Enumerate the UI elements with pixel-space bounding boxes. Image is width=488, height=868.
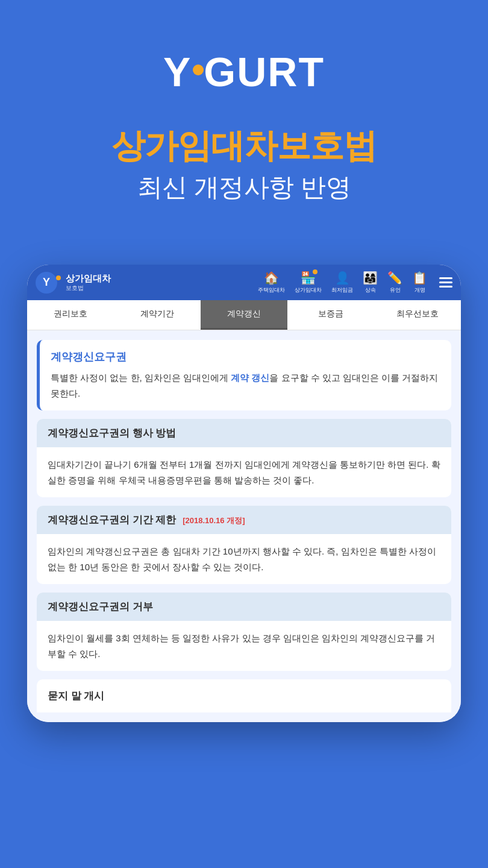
app-title-main: 상가임대차 (66, 273, 111, 284)
card-exercise-method: 계약갱신요구권의 행사 방법 임대차기간이 끝나기 6개월 전부터 1개월 전까… (37, 419, 451, 497)
nav-label-will: 유언 (390, 286, 401, 294)
app-logo-orange-dot (56, 275, 61, 280)
app-logo-letter: Y (43, 276, 50, 289)
hamburger-bar-2 (439, 281, 452, 283)
highlight-renewal: 계약 갱신 (231, 373, 269, 383)
logo-text-y: Y (163, 49, 192, 95)
nav-item-will[interactable]: ✏️ 유언 (387, 271, 402, 294)
tab-priority[interactable]: 최우선보호 (374, 300, 461, 330)
nav-item-wage[interactable]: 👤 최저임금 (331, 271, 353, 294)
card-renewal-right-text: 특별한 사정이 없는 한, 임차인은 임대인에게 계약 갱신을 요구할 수 있고… (51, 370, 440, 401)
highlight-postal: 내용증명우편 (148, 475, 202, 485)
header-section: YGURT 상가임대차보호법 최신 개정사항 반영 (0, 0, 488, 228)
nav-item-store[interactable]: 🏪 상가임대차 (295, 271, 322, 294)
hero-title: 상가임대차보호법 (111, 125, 377, 166)
tab-rights[interactable]: 권리보호 (27, 300, 114, 330)
card-exercise-method-header: 계약갱신요구권의 행사 방법 (37, 419, 451, 447)
app-title-sub: 보호법 (66, 284, 111, 292)
app-logo-circle: Y (36, 272, 57, 294)
name-icon: 📋 (412, 271, 427, 285)
peek-card: 묻지 말 개시 (37, 679, 451, 712)
peek-card-title: 묻지 말 개시 (48, 689, 440, 703)
card-exercise-method-body: 임대차기간이 끝나기 6개월 전부터 1개월 전까지 임대인에게 계약갱신을 통… (37, 447, 451, 497)
card-renewal-right-body: 계약갱신요구권 특별한 사정이 없는 한, 임차인은 임대인에게 계약 갱신을 … (40, 340, 451, 410)
nav-item-name[interactable]: 📋 개명 (412, 271, 427, 294)
nav-label-store: 상가임대차 (295, 286, 322, 294)
hamburger-bar-3 (439, 286, 452, 288)
house-icon: 🏠 (264, 271, 279, 285)
nav-item-house[interactable]: 🏠 주택임대차 (258, 271, 285, 294)
app-title-block: 상가임대차 보호법 (66, 273, 111, 292)
nav-label-wage: 최저임금 (331, 286, 353, 294)
content-area: 계약갱신요구권 특별한 사정이 없는 한, 임차인은 임대인에게 계약 갱신을 … (27, 330, 461, 722)
app-logo-small: Y (36, 272, 61, 294)
logo-text-rest: GURT (204, 49, 325, 95)
card-refusal-header: 계약갱신요구권의 거부 (37, 593, 451, 621)
card-refusal-body: 임차인이 월세를 3회 연체하는 등 일정한 사유가 있는 경우 임대인은 임차… (37, 621, 451, 671)
nav-label-house: 주택임대차 (258, 286, 285, 294)
hero-section: 상가임대차보호법 최신 개정사항 반영 (111, 125, 377, 204)
nav-item-inherit[interactable]: 👨‍👩‍👧 상속 (363, 271, 378, 294)
card-renewal-right: 계약갱신요구권 특별한 사정이 없는 한, 임차인은 임대인에게 계약 갱신을 … (37, 340, 451, 410)
app-bar: Y 상가임대차 보호법 🏠 주택임대차 🏪 상가임대차 👤 최저임금 👨‍👩‍👧 (27, 265, 461, 300)
card-period-limit: 계약갱신요구권의 기간 제한 [2018.10.16 개정] 임차인의 계약갱신… (37, 506, 451, 584)
tab-bar: 권리보호 계약기간 계약갱신 보증금 최우선보호 (27, 300, 461, 330)
store-icon: 🏪 (301, 271, 316, 285)
card-refusal: 계약갱신요구권의 거부 임차인이 월세를 3회 연체하는 등 일정한 사유가 있… (37, 593, 451, 671)
hamburger-bar-1 (439, 277, 452, 279)
tab-renewal[interactable]: 계약갱신 (201, 300, 287, 330)
highlight-10years: 총 임대차 기간 10년까지 (161, 546, 260, 556)
store-badge (313, 269, 318, 274)
card-period-limit-header: 계약갱신요구권의 기간 제한 [2018.10.16 개정] (37, 506, 451, 534)
inherit-icon: 👨‍👩‍👧 (363, 271, 378, 285)
phone-mockup: Y 상가임대차 보호법 🏠 주택임대차 🏪 상가임대차 👤 최저임금 👨‍👩‍👧 (27, 265, 461, 722)
card-renewal-right-title: 계약갱신요구권 (51, 350, 440, 364)
nav-label-inherit: 상속 (365, 286, 376, 294)
logo-dot (193, 64, 204, 75)
hero-subtitle: 최신 개정사항 반영 (111, 171, 377, 204)
will-icon: ✏️ (387, 271, 402, 285)
nav-label-name: 개명 (414, 286, 425, 294)
nav-icons: 🏠 주택임대차 🏪 상가임대차 👤 최저임금 👨‍👩‍👧 상속 ✏️ 유언 📋 (122, 271, 452, 294)
amendment-badge: [2018.10.16 개정] (183, 516, 245, 525)
app-logo: YGURT (163, 48, 325, 95)
tab-period[interactable]: 계약기간 (114, 300, 201, 330)
wage-icon: 👤 (335, 271, 350, 285)
hamburger-menu[interactable] (439, 277, 452, 288)
highlight-period: 6개월 전부터 1개월 전까지 (134, 459, 242, 470)
card-period-limit-body: 임차인의 계약갱신요구권은 총 임대차 기간 10년까지 행사할 수 있다. 즉… (37, 534, 451, 584)
tab-deposit[interactable]: 보증금 (287, 300, 374, 330)
